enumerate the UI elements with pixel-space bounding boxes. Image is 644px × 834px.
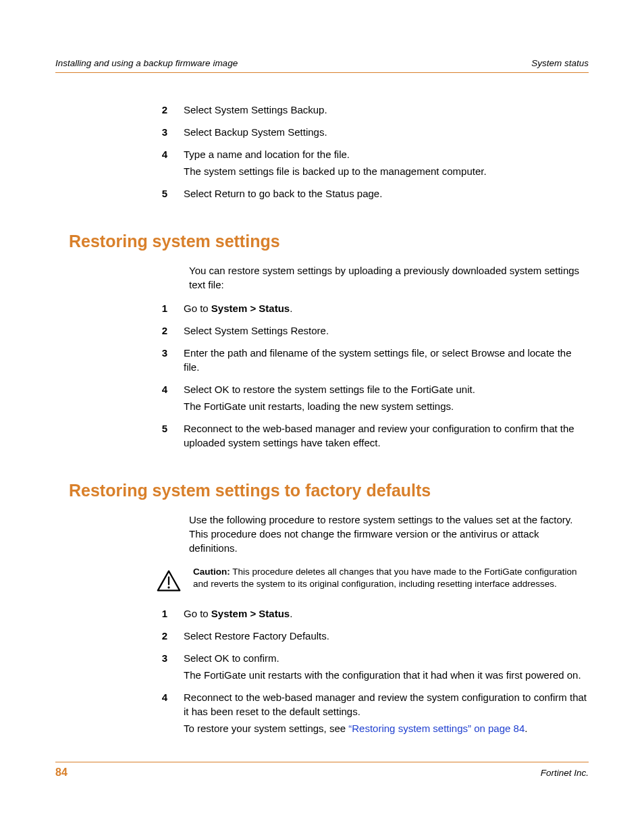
step-body: Select System Settings Backup. xyxy=(184,103,589,120)
step-body: Go to System > Status. xyxy=(184,301,589,318)
step-text: Reconnect to the web-based manager and r… xyxy=(184,421,589,450)
menu-path: System > Status xyxy=(211,608,290,619)
step-item: 3 Select Backup System Settings. xyxy=(157,125,589,142)
step-body: Reconnect to the web-based manager and r… xyxy=(184,421,589,452)
caution-icon xyxy=(157,569,181,593)
step-item: 2 Select Restore Factory Defaults. xyxy=(157,629,589,646)
step-body: Select System Settings Restore. xyxy=(184,323,589,340)
step-number: 4 xyxy=(157,690,184,738)
step-number: 2 xyxy=(157,103,184,120)
step-item: 2 Select System Settings Restore. xyxy=(157,323,589,340)
step-item: 1 Go to System > Status. xyxy=(157,606,589,623)
section-title-restore: Restoring system settings xyxy=(69,232,589,251)
step-item: 3 Select OK to confirm. The FortiGate un… xyxy=(157,651,589,685)
step-text: Select OK to confirm. xyxy=(184,651,589,665)
step-text: The system settings file is backed up to… xyxy=(184,164,589,178)
step-text: The FortiGate unit restarts with the con… xyxy=(184,668,589,682)
step-body: Select Restore Factory Defaults. xyxy=(184,629,589,646)
header-right: System status xyxy=(531,58,589,68)
step-text: Go to System > Status. xyxy=(184,301,589,315)
step-item: 4 Reconnect to the web-based manager and… xyxy=(157,690,589,738)
step-body: Enter the path and filename of the syste… xyxy=(184,346,589,377)
step-text: To restore your system settings, see “Re… xyxy=(184,721,589,735)
step-item: 1 Go to System > Status. xyxy=(157,301,589,318)
document-page: Installing and using a backup firmware i… xyxy=(0,0,644,834)
step-number: 3 xyxy=(157,125,184,142)
menu-path: System > Status xyxy=(211,303,290,314)
step-body: Type a name and location for the file. T… xyxy=(184,147,589,181)
step-number: 1 xyxy=(157,606,184,623)
step-body: Go to System > Status. xyxy=(184,606,589,623)
step-number: 1 xyxy=(157,301,184,318)
cross-reference-link[interactable]: “Restoring system settings” on page 84 xyxy=(348,723,525,734)
step-body: Select Return to go back to the Status p… xyxy=(184,186,589,203)
step-number: 3 xyxy=(157,651,184,685)
caution-text: Caution: This procedure deletes all chan… xyxy=(193,566,589,590)
page-number: 84 xyxy=(55,766,68,779)
step-item: 4 Select OK to restore the system settin… xyxy=(157,382,589,416)
step-number: 5 xyxy=(157,421,184,452)
section-title-factory: Restoring system settings to factory def… xyxy=(69,481,589,500)
step-text: Select Backup System Settings. xyxy=(184,125,589,139)
caution-block: Caution: This procedure deletes all chan… xyxy=(157,566,589,593)
step-item: 4 Type a name and location for the file.… xyxy=(157,147,589,181)
page-footer: 84 Fortinet Inc. xyxy=(55,762,589,779)
step-text: Select Return to go back to the Status p… xyxy=(184,186,589,201)
step-number: 4 xyxy=(157,147,184,181)
step-text: Select Restore Factory Defaults. xyxy=(184,629,589,643)
step-item: 2 Select System Settings Backup. xyxy=(157,103,589,120)
step-body: Select OK to restore the system settings… xyxy=(184,382,589,416)
step-text: The FortiGate unit restarts, loading the… xyxy=(184,399,589,413)
step-number: 3 xyxy=(157,346,184,377)
step-item: 5 Reconnect to the web-based manager and… xyxy=(157,421,589,452)
step-text: Type a name and location for the file. xyxy=(184,147,589,161)
caution-body: This procedure deletes all changes that … xyxy=(193,567,577,589)
step-number: 2 xyxy=(157,629,184,646)
header-left: Installing and using a backup firmware i… xyxy=(55,58,238,68)
intro-paragraph: You can restore system settings by uploa… xyxy=(189,263,589,292)
step-item: 3 Enter the path and filename of the sys… xyxy=(157,346,589,377)
step-number: 4 xyxy=(157,382,184,416)
step-item: 5 Select Return to go back to the Status… xyxy=(157,186,589,203)
step-text: Go to System > Status. xyxy=(184,606,589,621)
caution-label: Caution: xyxy=(193,567,230,577)
step-body: Select OK to confirm. The FortiGate unit… xyxy=(184,651,589,685)
svg-point-2 xyxy=(167,586,169,588)
step-body: Select Backup System Settings. xyxy=(184,125,589,142)
step-list-restore: 1 Go to System > Status. 2 Select System… xyxy=(157,301,589,452)
page-content: 2 Select System Settings Backup. 3 Selec… xyxy=(55,73,589,738)
step-list-factory: 1 Go to System > Status. 2 Select Restor… xyxy=(157,606,589,738)
step-number: 2 xyxy=(157,323,184,340)
step-text: Select OK to restore the system settings… xyxy=(184,382,589,396)
intro-paragraph: Use the following procedure to restore s… xyxy=(189,513,589,555)
footer-company: Fortinet Inc. xyxy=(541,768,589,778)
step-body: Reconnect to the web-based manager and r… xyxy=(184,690,589,738)
step-text: Enter the path and filename of the syste… xyxy=(184,346,589,374)
step-text: Select System Settings Backup. xyxy=(184,103,589,117)
running-header: Installing and using a backup firmware i… xyxy=(55,58,589,73)
step-text: Reconnect to the web-based manager and r… xyxy=(184,690,589,719)
step-number: 5 xyxy=(157,186,184,203)
step-list-top: 2 Select System Settings Backup. 3 Selec… xyxy=(157,103,589,203)
step-text: Select System Settings Restore. xyxy=(184,323,589,338)
